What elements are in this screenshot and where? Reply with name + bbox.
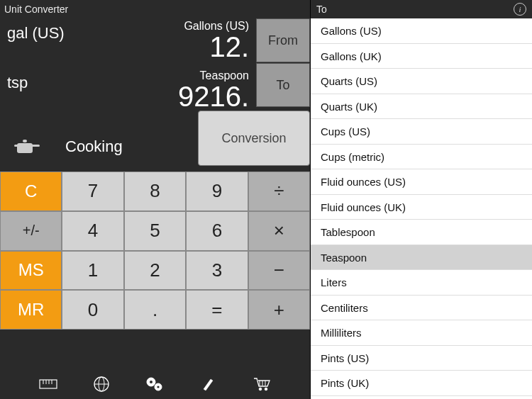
subtract-button[interactable]: − [248,251,310,291]
key-9[interactable]: 9 [186,172,248,211]
category-label: Cooking [65,137,123,156]
multiply-button[interactable]: × [248,211,310,251]
unit-list-item[interactable]: Milliliters [311,320,532,346]
svg-point-16 [259,388,262,390]
conversion-button[interactable]: Conversion [198,111,310,166]
svg-point-17 [265,388,267,390]
unit-list-item[interactable]: Teaspoon [311,245,532,271]
unit-list-item[interactable]: Centiliters [311,296,532,321]
conversion-display: gal (US) Gallons (US) 12. tsp Teaspoon 9… [0,18,310,122]
pot-icon [6,133,48,161]
from-unit-abbr: gal (US) [0,18,78,43]
divide-button[interactable]: ÷ [248,172,310,211]
unit-list-item[interactable]: Tablespoon [311,220,532,245]
unit-list-item[interactable]: Quarts (US) [311,69,532,94]
unit-list-item[interactable]: Gallons (US) [311,18,532,44]
category-row: Cooking Conversion [0,122,310,172]
unit-list-item[interactable]: Fluid ounces (US) [311,169,532,195]
decimal-button[interactable]: . [124,290,186,330]
key-0[interactable]: 0 [62,290,123,330]
app-title: Unit Converter [4,0,68,18]
sign-button[interactable]: +/- [0,211,62,251]
right-panel-header: To i [311,0,532,18]
to-unit-abbr: tsp [0,68,78,92]
clear-button[interactable]: C [0,172,62,211]
key-8[interactable]: 8 [124,172,186,211]
svg-rect-3 [23,140,27,142]
key-7[interactable]: 7 [62,172,123,211]
titlebar: Unit Converter [0,0,310,18]
add-button[interactable]: + [248,290,310,330]
svg-rect-2 [31,145,40,147]
right-panel-title: To [316,4,327,15]
unit-list-item[interactable]: Pints (US) [311,346,532,371]
unit-list-item[interactable]: Fluid ounces (UK) [311,195,532,220]
unit-list-item[interactable]: Cups (metric) [311,145,532,170]
unit-list[interactable]: Gallons (US)Gallons (UK)Quarts (US)Quart… [311,18,532,399]
svg-point-15 [157,386,160,388]
unit-list-item[interactable]: Quarts (UK) [311,94,532,120]
key-2[interactable]: 2 [124,251,186,291]
settings-icon[interactable] [145,374,165,394]
equals-button[interactable]: = [186,290,248,330]
pen-icon[interactable] [199,374,218,394]
key-3[interactable]: 3 [186,251,248,291]
cart-icon[interactable] [252,374,272,394]
unit-list-item[interactable]: Gallons (UK) [311,44,532,69]
key-1[interactable]: 1 [62,251,123,291]
key-6[interactable]: 6 [186,211,248,251]
key-5[interactable]: 5 [124,211,186,251]
to-button[interactable]: To [256,63,310,107]
to-value: 9216. [78,82,249,111]
key-4[interactable]: 4 [62,211,123,251]
globe-icon[interactable] [92,374,111,394]
from-value: 12. [78,33,249,61]
unit-list-item[interactable]: Pints (UK) [311,371,532,396]
svg-rect-1 [14,145,18,147]
bottom-toolbar [0,369,310,399]
svg-rect-0 [17,143,33,153]
info-icon[interactable]: i [514,3,526,16]
mr-button[interactable]: MR [0,290,62,330]
ms-button[interactable]: MS [0,251,62,291]
svg-point-13 [150,381,153,383]
ruler-icon[interactable] [38,374,58,394]
keypad: C 7 8 9 ÷ +/- 4 5 6 × MS 1 2 3 − MR 0 . … [0,172,310,369]
unit-list-item[interactable]: Liters [311,270,532,296]
unit-list-item[interactable]: Cups (US) [311,119,532,145]
from-button[interactable]: From [256,18,310,62]
svg-rect-4 [40,380,57,388]
